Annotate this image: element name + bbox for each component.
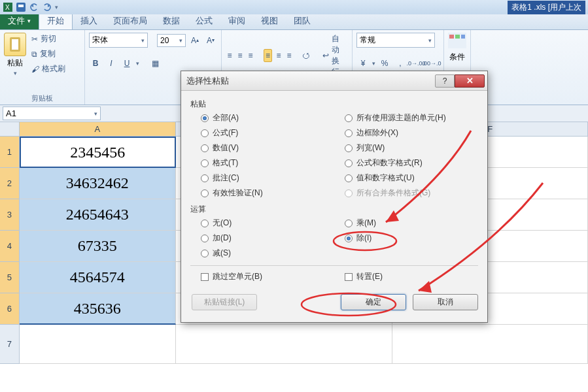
radio-all[interactable]: 全部(A) <box>201 112 334 123</box>
radio-values-num[interactable]: 值和数字格式(U) <box>345 172 478 184</box>
radio-icon <box>201 114 209 122</box>
paste-button[interactable]: 粘贴 ▾ <box>4 33 26 76</box>
decrease-decimal-button[interactable]: .00→.0 <box>425 57 438 70</box>
cell[interactable] <box>20 325 176 364</box>
radio-mul[interactable]: 乘(M) <box>345 218 478 229</box>
radio-add[interactable]: 加(D) <box>201 233 334 244</box>
check-skip-blanks[interactable]: 跳过空单元(B) <box>190 271 334 282</box>
tab-team[interactable]: 团队 <box>286 12 319 29</box>
cell-a3[interactable]: 24654643 <box>20 199 176 231</box>
font-size-combo[interactable]: 20 ▾ <box>157 34 186 47</box>
radio-label: 格式(T) <box>213 157 238 169</box>
radio-source-theme[interactable]: 所有使用源主题的单元(H) <box>345 112 478 123</box>
radio-label: 无(O) <box>213 218 232 229</box>
radio-label: 列宽(W) <box>356 142 385 154</box>
excel-icon: X <box>3 2 13 12</box>
align-bottom-button[interactable]: ≡ <box>247 49 254 62</box>
percent-button[interactable]: % <box>378 57 391 70</box>
tab-formulas[interactable]: 公式 <box>188 12 220 29</box>
radio-label: 减(S) <box>213 248 231 259</box>
chevron-down-icon: ▾ <box>428 37 432 44</box>
help-button[interactable]: ? <box>435 74 455 88</box>
align-middle-button[interactable]: ≡ <box>236 49 244 62</box>
check-label: 跳过空单元(B) <box>213 271 262 282</box>
save-icon[interactable] <box>16 2 26 12</box>
row-header[interactable]: 5 <box>0 262 20 293</box>
number-format-combo[interactable]: 常规 ▾ <box>356 33 435 48</box>
row-header[interactable]: 3 <box>0 199 20 231</box>
qat-dropdown-icon[interactable]: ▾ <box>55 4 58 10</box>
align-top-button[interactable]: ≡ <box>226 49 233 62</box>
row-header[interactable]: 4 <box>0 231 20 262</box>
ok-button[interactable]: 确定 <box>341 294 406 310</box>
dialog-titlebar[interactable]: 选择性粘贴 ? ✕ <box>181 71 487 91</box>
tab-data[interactable]: 数据 <box>155 12 188 29</box>
cell-a4[interactable]: 67335 <box>20 231 176 262</box>
tab-view[interactable]: 视图 <box>253 12 286 29</box>
tab-review[interactable]: 审阅 <box>220 12 253 29</box>
radio-div[interactable]: 除(I) <box>345 233 478 244</box>
radio-formats[interactable]: 格式(T) <box>201 157 334 169</box>
radio-col-widths[interactable]: 列宽(W) <box>345 142 478 154</box>
select-all-corner[interactable] <box>0 122 20 137</box>
cell-a5[interactable]: 4564574 <box>20 262 176 293</box>
format-painter-button[interactable]: 🖌 格式刷 <box>30 63 67 75</box>
section-paste-label: 粘贴 <box>190 99 478 110</box>
increase-decimal-button[interactable]: .0→.00 <box>409 57 423 70</box>
ribbon-tabs: 文件 ▾ 开始 插入 页面布局 数据 公式 审阅 视图 团队 <box>0 14 588 30</box>
radio-comments[interactable]: 批注(C) <box>201 172 334 184</box>
bold-button[interactable]: B <box>89 57 102 70</box>
font-size-value: 20 <box>160 36 169 45</box>
row-header[interactable]: 6 <box>0 293 20 325</box>
currency-button[interactable]: ¥ <box>356 57 370 70</box>
radio-values[interactable]: 数值(V) <box>201 142 334 154</box>
radio-formulas[interactable]: 公式(F) <box>201 127 334 139</box>
cell-a6[interactable]: 435636 <box>20 293 176 325</box>
font-name-value: 宋体 <box>92 35 108 46</box>
conditional-formatting-icon[interactable] <box>448 33 466 50</box>
align-right-button[interactable]: ≡ <box>285 49 293 62</box>
align-center-button[interactable]: ≡ <box>275 49 283 62</box>
checkbox-icon <box>345 273 353 281</box>
row-header[interactable]: 1 <box>0 137 20 168</box>
radio-except-borders[interactable]: 边框除外(X) <box>345 127 478 139</box>
redo-icon[interactable] <box>42 2 52 12</box>
row-header[interactable]: 7 <box>0 325 20 364</box>
close-button[interactable]: ✕ <box>455 74 485 88</box>
orientation-button[interactable]: ⭯ <box>302 49 310 62</box>
cell-a2[interactable]: 34632462 <box>20 168 176 199</box>
radio-formulas-num[interactable]: 公式和数字格式(R) <box>345 157 478 169</box>
cell[interactable] <box>176 325 393 364</box>
cut-button[interactable]: ✂ 剪切 <box>30 33 67 45</box>
paste-icon <box>4 33 26 56</box>
tab-file[interactable]: 文件 ▾ <box>0 12 39 29</box>
decrease-font-button[interactable]: A▾ <box>204 34 217 47</box>
undo-icon[interactable] <box>29 2 39 12</box>
radio-sub[interactable]: 减(S) <box>201 248 334 259</box>
cell[interactable] <box>392 325 588 364</box>
italic-button[interactable]: I <box>105 57 118 70</box>
tab-insert[interactable]: 插入 <box>73 12 105 29</box>
border-button[interactable]: ▦ <box>148 57 162 70</box>
increase-font-button[interactable]: A▴ <box>188 34 201 47</box>
tab-page-layout[interactable]: 页面布局 <box>105 12 155 29</box>
radio-label: 加(D) <box>213 233 232 244</box>
font-name-combo[interactable]: 宋体 ▾ <box>89 33 148 48</box>
document-title: 表格1 .xls [用户上次 <box>508 1 585 14</box>
chevron-down-icon[interactable]: ▾ <box>136 60 139 67</box>
row-header[interactable]: 2 <box>0 168 20 199</box>
underline-button[interactable]: U <box>120 57 133 70</box>
cancel-button[interactable]: 取消 <box>413 294 478 310</box>
cell-a1[interactable]: 2345456 <box>20 137 176 168</box>
paste-link-button: 粘贴链接(L) <box>192 294 257 310</box>
copy-button[interactable]: ⧉ 复制 <box>30 48 67 60</box>
name-box[interactable]: A1 ▾ <box>3 106 101 120</box>
radio-validation[interactable]: 有效性验证(N) <box>201 188 334 199</box>
comma-button[interactable]: , <box>394 57 407 70</box>
chevron-down-icon[interactable]: ▾ <box>372 60 375 67</box>
radio-none[interactable]: 无(O) <box>201 218 334 229</box>
align-left-button[interactable]: ≡ <box>264 49 272 62</box>
tab-home[interactable]: 开始 <box>39 12 73 29</box>
check-transpose[interactable]: 转置(E) <box>334 271 478 282</box>
column-header-a[interactable]: A <box>20 122 176 137</box>
